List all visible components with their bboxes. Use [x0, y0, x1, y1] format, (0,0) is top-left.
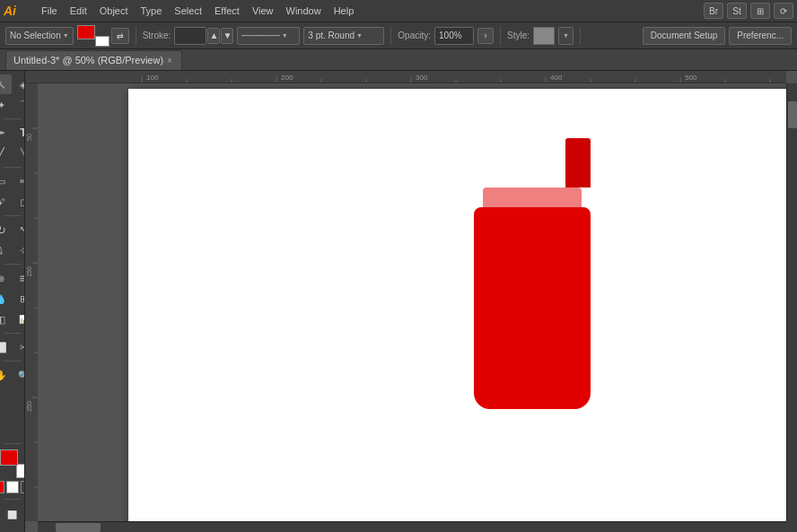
tool-sep-bottom [4, 499, 22, 500]
svg-rect-21 [25, 83, 38, 521]
fill-color-swatch[interactable] [0, 449, 18, 466]
blob-brush-tool[interactable]: 🖌 [0, 192, 12, 212]
svg-text:100: 100 [146, 74, 159, 82]
menu-help[interactable]: Help [328, 4, 360, 18]
artboard-tool[interactable] [0, 337, 12, 357]
type-tool[interactable]: T [13, 123, 25, 143]
direct-select-tool[interactable]: ◈ [13, 74, 25, 94]
vertical-scrollbar[interactable] [786, 83, 797, 521]
graph-tool[interactable] [13, 310, 25, 329]
swap-colors-icon[interactable]: ⇄ [111, 28, 129, 44]
tab-title: Untitled-3* @ 50% (RGB/Preview) [13, 55, 163, 65]
tool-row-line: ╲ [0, 144, 25, 163]
tab-close-button[interactable]: × [167, 56, 172, 65]
stroke-profile-dropdown[interactable]: 3 pt. Round ▼ [303, 27, 384, 45]
menu-bar: Ai File Edit Object Type Select Effect V… [0, 0, 797, 22]
stock-icon[interactable]: St [727, 3, 747, 19]
selection-tool[interactable] [0, 74, 12, 94]
blend-tool[interactable] [13, 268, 25, 288]
stroke-swatch-control[interactable] [95, 36, 109, 47]
stroke-down-icon[interactable]: ▼ [221, 28, 233, 44]
dropdown-caret: ▼ [63, 32, 69, 39]
tool-sep-5 [4, 333, 22, 334]
artboard[interactable] [128, 89, 797, 528]
magic-wand-tool[interactable]: ✦ [0, 95, 12, 115]
screen-mode-icon[interactable]: ⬜ [2, 505, 23, 525]
stroke-dropdown-caret: ▼ [282, 32, 288, 39]
eraser-tool[interactable]: ◻ [13, 192, 25, 212]
lasso-tool[interactable]: ⌒ [13, 95, 25, 115]
pencil-tool[interactable] [13, 171, 25, 191]
scroll-corner [786, 521, 797, 532]
fill-swatch[interactable] [77, 25, 95, 39]
menu-window[interactable]: Window [281, 4, 327, 18]
document-tab[interactable]: Untitled-3* @ 50% (RGB/Preview) × [5, 50, 182, 70]
rect-tool[interactable] [0, 171, 12, 191]
tool-row-blob: 🖌 ◻ [0, 192, 25, 212]
app-right-icons: Br St ⊞ ⟳ [704, 3, 793, 19]
bottle-illustration [483, 138, 600, 409]
opacity-label: Opacity: [398, 31, 431, 40]
mesh-tool[interactable] [13, 289, 25, 309]
menu-type[interactable]: Type [136, 4, 168, 18]
tool-row-artboard [0, 337, 25, 357]
selection-dropdown[interactable]: No Selection ▼ [5, 27, 74, 45]
opacity-expand-icon[interactable]: › [477, 28, 494, 44]
eyedropper-tool[interactable]: 💧 [0, 289, 12, 309]
tab-bar: Untitled-3* @ 50% (RGB/Preview) × [0, 49, 797, 71]
preferences-button[interactable]: Preferenc... [729, 27, 792, 45]
stroke-color-swatch[interactable] [16, 464, 25, 478]
hand-tool[interactable] [0, 365, 12, 385]
stroke-weight-input[interactable] [174, 27, 206, 45]
hscroll-thumb[interactable] [56, 523, 101, 532]
free-transform-tool[interactable]: ⊹ [13, 240, 25, 260]
line-tool[interactable] [0, 144, 12, 163]
bridge-icon[interactable]: Br [704, 3, 723, 19]
menu-view[interactable]: View [247, 4, 279, 18]
opacity-input[interactable] [434, 27, 474, 45]
canvas-area[interactable]: 100 200 300 400 500 [25, 71, 797, 532]
slice-tool[interactable] [13, 337, 25, 357]
tool-sep-2 [4, 167, 22, 168]
bottle-collar [483, 188, 582, 207]
color-area: ⇄ ⬜ [0, 440, 24, 528]
style-swatch[interactable] [533, 27, 555, 45]
menu-object[interactable]: Object [94, 4, 134, 18]
curve-tool[interactable]: ╲ [13, 144, 25, 163]
tool-sep-6 [4, 361, 22, 362]
workspace-icon[interactable]: ⊞ [750, 3, 770, 19]
mini-fill-swatch[interactable] [0, 481, 4, 493]
color-swatches: ⇄ [0, 449, 25, 478]
sync-icon[interactable]: ⟳ [774, 3, 793, 19]
zoom-tool[interactable] [13, 365, 25, 385]
mini-stroke-swatch[interactable] [6, 481, 19, 493]
tool-row-graph [0, 310, 25, 329]
scale-tool[interactable] [13, 220, 25, 240]
svg-text:200: 200 [281, 74, 293, 82]
tool-row-pen: T [0, 123, 25, 143]
color-sep [4, 443, 22, 444]
vscroll-thumb[interactable] [788, 101, 797, 128]
pen-tool[interactable] [0, 123, 12, 143]
menu-select[interactable]: Select [169, 4, 207, 18]
style-dropdown[interactable]: ▼ [558, 27, 574, 45]
warp-tool[interactable]: ⤵ [0, 240, 12, 260]
menu-file[interactable]: File [36, 4, 63, 18]
svg-text:150: 150 [26, 266, 32, 277]
menu-effect[interactable]: Effect [209, 4, 245, 18]
tool-row-warp: ⤵ ⊹ [0, 240, 25, 260]
rotate-tool[interactable] [0, 220, 12, 240]
puppet-warp-tool[interactable]: ⊕ [0, 268, 12, 288]
tool-sep-4 [4, 264, 22, 265]
profile-caret: ▼ [356, 32, 363, 39]
menu-edit[interactable]: Edit [65, 4, 92, 18]
horizontal-scrollbar[interactable] [38, 521, 786, 532]
document-setup-button[interactable]: Document Setup [643, 27, 726, 45]
stroke-up-icon[interactable]: ▲ [207, 28, 220, 44]
gradient-tool[interactable] [0, 310, 12, 329]
sep3 [500, 27, 501, 45]
horizontal-ruler: 100 200 300 400 500 [25, 71, 786, 83]
stroke-label: Stroke: [143, 31, 171, 40]
stroke-type-dropdown[interactable]: ────── ▼ [237, 27, 300, 45]
style-label: Style: [507, 31, 530, 40]
